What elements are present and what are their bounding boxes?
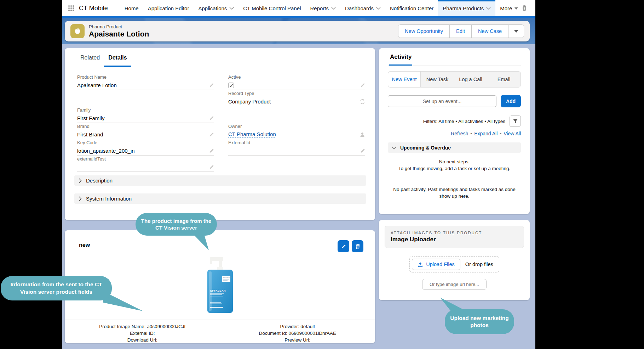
record-header-card: Pharma Product Apaisante Lotion New Oppo… bbox=[65, 21, 530, 41]
new-case-button[interactable]: New Case bbox=[471, 25, 508, 38]
field-product-name: Product Name Apaisante Lotion bbox=[77, 74, 214, 90]
pharma-product-icon bbox=[70, 24, 85, 38]
nav-item-dashboards[interactable]: Dashboards bbox=[340, 0, 385, 16]
field-external-id-test: externalIdTest bbox=[77, 156, 214, 172]
divider bbox=[388, 179, 521, 179]
chevron-down-icon bbox=[486, 7, 491, 10]
svg-text:EFFACLAR: EFFACLAR bbox=[210, 289, 226, 292]
upload-icon bbox=[418, 262, 423, 267]
trash-icon bbox=[355, 244, 360, 249]
tab-new-task[interactable]: New Task bbox=[421, 72, 454, 87]
pencil-icon bbox=[341, 244, 346, 249]
event-input[interactable] bbox=[388, 95, 496, 107]
svg-text:LA ROCHE-POSAY: LA ROCHE-POSAY bbox=[223, 277, 232, 278]
image-meta-left: Product Image Name: a0s09000000JCJt Exte… bbox=[65, 323, 220, 343]
edit-pencil-icon[interactable] bbox=[208, 164, 214, 170]
app-launcher-icon[interactable] bbox=[68, 5, 74, 11]
activity-panel: Activity New Event New Task Log a Call E… bbox=[379, 48, 530, 214]
event-composer: Add bbox=[388, 95, 521, 107]
activity-filters: Filters: All time • All activities • All… bbox=[388, 116, 521, 127]
check-icon bbox=[229, 84, 233, 88]
nav-item-application-editor[interactable]: Application Editor bbox=[143, 0, 194, 16]
section-upcoming-overdue[interactable]: Upcoming & Overdue bbox=[388, 142, 521, 153]
field-owner: Owner CT Pharma Solution bbox=[228, 124, 365, 139]
record-action-buttons: New Opportunity Edit New Case bbox=[398, 24, 524, 38]
edit-button[interactable]: Edit bbox=[449, 25, 471, 38]
edit-pencil-icon[interactable] bbox=[208, 116, 214, 121]
image-meta: Product Image Name: a0s09000000JCJt Exte… bbox=[65, 320, 375, 343]
tab-new-event[interactable]: New Event bbox=[388, 72, 421, 87]
record-banner: Pharma Product Apaisante Lotion New Oppo… bbox=[62, 16, 535, 44]
tab-email[interactable]: Email bbox=[487, 72, 521, 87]
nav-item-more[interactable]: More bbox=[495, 0, 523, 16]
field-key-code: Key Code lotion_apaisante_200_in bbox=[77, 140, 214, 156]
uploader-header: ATTACH IMAGES TO THIS PRODUCT Image Uplo… bbox=[385, 226, 524, 248]
new-opportunity-button[interactable]: New Opportunity bbox=[398, 25, 449, 38]
tab-related[interactable]: Related bbox=[76, 48, 104, 67]
global-nav: CT Mobile Home Application Editor Applic… bbox=[62, 0, 535, 16]
image-url-input[interactable] bbox=[422, 279, 487, 290]
field-column-right: Active Record Type Company Product bbox=[228, 74, 365, 173]
filter-button[interactable] bbox=[510, 116, 521, 127]
triangle-down-icon bbox=[514, 7, 518, 10]
no-past-activity-text: No past activity. Past meetings and task… bbox=[388, 186, 521, 200]
edit-pencil-icon[interactable] bbox=[208, 148, 214, 154]
refresh-link[interactable]: Refresh bbox=[451, 131, 468, 136]
callout-product-image: The product image from the CT Vision ser… bbox=[136, 213, 217, 236]
edit-pencil-icon[interactable] bbox=[360, 148, 365, 154]
activity-title-row: Activity bbox=[388, 48, 521, 66]
field-grid: Product Name Apaisante Lotion Family Fir… bbox=[65, 67, 375, 173]
record-title: Apaisante Lotion bbox=[89, 30, 149, 38]
record-detail-card: Related Details Product Name Apaisante L… bbox=[65, 48, 375, 220]
add-button[interactable]: Add bbox=[501, 95, 521, 107]
nav-item-notification-center[interactable]: Notification Center bbox=[385, 0, 438, 16]
owner-link[interactable]: CT Pharma Solution bbox=[228, 131, 276, 137]
funnel-icon bbox=[513, 119, 518, 124]
edit-pencil-icon[interactable] bbox=[208, 132, 214, 137]
nav-item-applications[interactable]: Applications bbox=[194, 0, 238, 16]
activity-title: Activity bbox=[389, 48, 412, 66]
image-meta-right: Provider: default Document Id: 069090000… bbox=[220, 323, 375, 343]
uploader-title: Image Uploader bbox=[391, 236, 518, 243]
info-icon[interactable]: i bbox=[523, 5, 526, 11]
image-uploader-card: ATTACH IMAGES TO THIS PRODUCT Image Uplo… bbox=[379, 220, 530, 300]
edit-pencil-icon[interactable] bbox=[360, 83, 365, 88]
tab-details[interactable]: Details bbox=[104, 48, 131, 67]
edit-image-button[interactable] bbox=[338, 240, 349, 252]
uploader-kicker: ATTACH IMAGES TO THIS PRODUCT bbox=[391, 231, 518, 235]
nav-item-home[interactable]: Home bbox=[120, 0, 143, 16]
view-all-link[interactable]: View All bbox=[504, 131, 521, 136]
section-system-information[interactable]: System Information bbox=[74, 193, 366, 204]
nav-item-reports[interactable]: Reports bbox=[305, 0, 340, 16]
field-family: Family First Family bbox=[77, 107, 214, 123]
section-description[interactable]: Description bbox=[74, 175, 366, 186]
triangle-down-icon bbox=[514, 30, 518, 33]
no-next-steps-text: No next steps. To get things moving, add… bbox=[388, 159, 521, 172]
callout-upload: Upload new marketing photos bbox=[445, 309, 514, 334]
nav-items: Home Application Editor Applications CT … bbox=[120, 0, 523, 16]
file-drop-zone[interactable]: Upload Files Or drop files bbox=[409, 256, 499, 272]
tab-log-a-call[interactable]: Log a Call bbox=[454, 72, 487, 87]
change-record-type-icon[interactable] bbox=[360, 99, 365, 105]
entity-label: Pharma Product bbox=[89, 24, 149, 29]
apple-icon bbox=[73, 27, 82, 35]
record-titles: Pharma Product Apaisante Lotion bbox=[89, 24, 149, 38]
more-actions-button[interactable] bbox=[508, 25, 524, 38]
change-owner-icon[interactable] bbox=[360, 132, 365, 137]
field-active: Active bbox=[228, 74, 365, 90]
expand-all-link[interactable]: Expand All bbox=[474, 131, 498, 136]
field-brand: Brand First Brand bbox=[77, 124, 214, 139]
nav-item-ct-mobile-control-panel[interactable]: CT Mobile Control Panel bbox=[238, 0, 305, 16]
image-actions bbox=[338, 240, 363, 252]
edit-pencil-icon[interactable] bbox=[208, 83, 214, 88]
activity-links: Refresh•Expand All•View All bbox=[388, 131, 521, 136]
chevron-down-icon bbox=[376, 7, 381, 10]
chevron-down-icon bbox=[331, 7, 336, 10]
lotion-bottle-image: LA ROCHE-POSAY EFFACLAR bbox=[199, 252, 242, 315]
active-checkbox[interactable] bbox=[228, 83, 234, 88]
nav-item-pharma-products[interactable]: Pharma Products bbox=[438, 0, 495, 16]
upload-files-button[interactable]: Upload Files bbox=[412, 259, 460, 270]
delete-image-button[interactable] bbox=[352, 240, 363, 252]
detail-tabs: Related Details bbox=[65, 48, 375, 67]
callout-info-fields: Information from the sent to the CT Visi… bbox=[1, 276, 112, 300]
